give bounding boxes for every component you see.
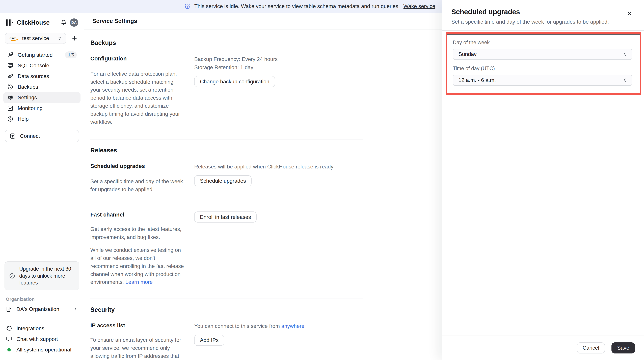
- security-section-heading: Security: [90, 306, 363, 313]
- panel-title: Scheduled upgrades: [451, 8, 634, 16]
- svg-text:z: z: [187, 5, 188, 8]
- bell-icon: [60, 19, 67, 26]
- wake-service-link[interactable]: Wake service: [404, 3, 435, 9]
- ip-access-list-title: IP access list: [90, 322, 184, 329]
- getting-started-progress-badge: 1/5: [65, 51, 77, 58]
- sidebar-item-monitoring[interactable]: Monitoring: [3, 103, 81, 114]
- day-of-week-select[interactable]: Sunday: [453, 49, 632, 60]
- upgrade-schedule-form: Day of the week Sunday Time of day (UTC)…: [447, 35, 640, 93]
- close-panel-button[interactable]: [626, 10, 633, 17]
- chevron-updown-icon: [57, 36, 62, 41]
- releases-section-heading: Releases: [90, 147, 363, 154]
- sidebar-item-label: Settings: [18, 94, 37, 101]
- learn-more-link[interactable]: Learn more: [126, 279, 153, 285]
- fast-channel-title: Fast channel: [90, 211, 184, 218]
- service-selector-row: aws test service: [0, 27, 84, 49]
- chevron-updown-icon: [623, 52, 628, 57]
- scheduled-upgrades-panel: Scheduled upgrades Set a specific time a…: [442, 0, 644, 360]
- sidebar-nav: Getting started 1/5 SQL Console: [0, 49, 84, 124]
- puzzle-icon: [6, 325, 12, 332]
- avatar[interactable]: DA: [70, 18, 78, 27]
- chevron-updown-icon: [623, 78, 628, 83]
- configuration-description: For an effective data protection plan, s…: [90, 70, 184, 126]
- sidebar-item-label: Backups: [18, 84, 38, 90]
- content-divider: [90, 32, 363, 32]
- orbit-icon: [7, 73, 14, 80]
- scheduled-upgrades-row: Scheduled upgrades Set a specific time a…: [90, 163, 363, 193]
- sidebar-item-backups[interactable]: Backups: [3, 82, 81, 92]
- sidebar-item-settings[interactable]: Settings: [3, 92, 81, 103]
- svg-text:aws: aws: [10, 36, 16, 40]
- system-status-link[interactable]: All systems operational: [0, 345, 84, 355]
- day-of-week-label: Day of the week: [453, 39, 632, 45]
- close-icon: [627, 11, 632, 16]
- sidebar-divider: [0, 319, 84, 319]
- sidebar-spacer: [0, 142, 84, 261]
- plus-icon: [72, 35, 77, 41]
- sidebar-item-label: Chat with support: [16, 336, 58, 342]
- scheduled-upgrades-description: Set a specific time and day of the week …: [90, 178, 184, 193]
- sidebar-item-getting-started[interactable]: Getting started 1/5: [3, 50, 81, 60]
- ip-access-list-description: To ensure an extra layer of security for…: [90, 336, 184, 360]
- sidebar-item-label: Integrations: [16, 325, 44, 332]
- configuration-title: Configuration: [90, 55, 184, 62]
- upgrade-notice-card[interactable]: Upgrade in the next 30 days to unlock mo…: [4, 261, 79, 290]
- fast-channel-row: Fast channel Get early access to the lat…: [90, 211, 363, 286]
- backups-section-heading: Backups: [90, 39, 363, 46]
- sidebar-item-help[interactable]: Help: [3, 114, 81, 124]
- schedule-upgrades-button[interactable]: Schedule upgrades: [194, 175, 252, 186]
- chevron-right-icon: [73, 307, 78, 312]
- sidebar-item-chat-support[interactable]: Chat with support: [0, 334, 84, 345]
- storage-retention-value: Storage Retention: 1 day: [194, 64, 362, 71]
- scheduled-upgrades-title: Scheduled upgrades: [90, 163, 184, 169]
- page-title: Service Settings: [92, 18, 137, 24]
- sidebar: ClickHouse DA aws test service: [0, 13, 84, 360]
- service-name: test service: [22, 35, 54, 41]
- notifications-button[interactable]: [60, 19, 67, 26]
- ip-access-list-row: IP access list To ensure an extra layer …: [90, 322, 363, 360]
- add-ips-button[interactable]: Add IPs: [194, 335, 224, 346]
- connect-button-label: Connect: [20, 133, 40, 139]
- sidebar-item-integrations[interactable]: Integrations: [0, 323, 84, 334]
- add-service-button[interactable]: [71, 35, 78, 42]
- day-of-week-value: Sunday: [458, 51, 623, 57]
- sidebar-item-sql-console[interactable]: SQL Console: [3, 60, 81, 71]
- help-icon: [7, 116, 14, 122]
- alarm-snooze-icon: z: [184, 3, 191, 9]
- clickhouse-logo-icon: [6, 19, 14, 26]
- organization-switcher[interactable]: DA's Organization: [0, 304, 84, 315]
- backup-configuration-row: Configuration For an effective data prot…: [90, 55, 363, 126]
- brand-title: ClickHouse: [17, 19, 58, 26]
- organization-section-label: Organization: [0, 290, 84, 304]
- save-button[interactable]: Save: [612, 343, 635, 354]
- status-dot: [8, 348, 11, 352]
- cancel-button[interactable]: Cancel: [577, 343, 605, 354]
- sidebar-item-label: Data sources: [18, 73, 49, 79]
- system-status-label: All systems operational: [16, 347, 71, 353]
- upgrade-notice-text: Upgrade in the next 30 days to unlock mo…: [19, 265, 75, 286]
- idle-banner-text: This service is idle. Wake your service …: [194, 3, 400, 9]
- history-icon: [7, 84, 14, 90]
- app-window: z This service is idle. Wake your servic…: [0, 0, 644, 360]
- change-backup-configuration-button[interactable]: Change backup configuration: [194, 76, 275, 87]
- panel-header: Scheduled upgrades Set a specific time a…: [442, 0, 644, 25]
- time-of-day-select[interactable]: 12 a.m. - 6 a.m.: [453, 75, 632, 86]
- rocket-icon: [7, 52, 14, 58]
- settings-content: Backups Configuration For an effective d…: [84, 32, 362, 360]
- annotation-highlight-box: Day of the week Sunday Time of day (UTC)…: [446, 32, 641, 95]
- anywhere-link[interactable]: anywhere: [281, 323, 304, 329]
- panel-divider: [442, 30, 644, 30]
- sidebar-item-label: Help: [18, 116, 28, 122]
- section-divider: [90, 139, 363, 140]
- clock-icon: [9, 273, 16, 279]
- service-selector[interactable]: aws test service: [5, 33, 66, 44]
- backup-frequency-value: Backup Frequency: Every 24 hours: [194, 55, 362, 63]
- chat-icon: [6, 336, 12, 343]
- enroll-fast-releases-button[interactable]: Enroll in fast releases: [194, 211, 256, 222]
- connect-button[interactable]: Connect: [5, 130, 79, 142]
- building-icon: [6, 306, 12, 313]
- time-of-day-value: 12 a.m. - 6 a.m.: [458, 77, 623, 83]
- wifi-icon: [10, 133, 16, 139]
- aws-icon: aws: [9, 35, 19, 41]
- sidebar-item-data-sources[interactable]: Data sources: [3, 71, 81, 82]
